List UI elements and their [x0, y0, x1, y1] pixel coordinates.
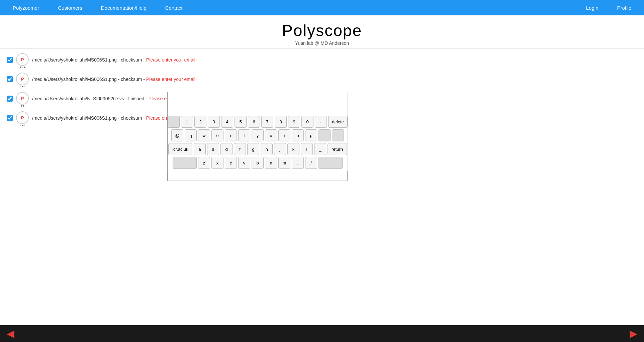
main-content: /media/Users/yshokrollahi/MS006S1.png - … — [0, 48, 644, 256]
key-a[interactable]: a — [194, 143, 206, 155]
nav-profile[interactable]: Profile — [608, 0, 641, 15]
job-checkbox-1[interactable] — [7, 76, 13, 82]
job-checkbox-3[interactable] — [7, 115, 13, 121]
key-e[interactable]: e — [211, 129, 223, 141]
key-c[interactable]: c — [225, 157, 237, 169]
key-g[interactable]: g — [247, 143, 259, 155]
page-title: Polyscope — [0, 21, 644, 40]
nav-customers[interactable]: Customers — [49, 0, 92, 15]
key-z[interactable]: z — [198, 157, 210, 169]
key-shift-l — [173, 157, 197, 169]
key-shift-r — [318, 157, 343, 169]
nav-brand[interactable]: Polyzoomer — [3, 0, 49, 15]
key-d[interactable]: d — [220, 143, 233, 155]
key-icracuk[interactable]: icr.ac.uk — [168, 143, 192, 155]
job-checkbox-2[interactable] — [7, 96, 13, 102]
key-m[interactable]: m — [278, 157, 290, 169]
key-f[interactable]: f — [234, 143, 246, 155]
job-icon-2 — [16, 92, 29, 105]
key-row-numbers: 1 2 3 4 5 6 7 8 9 0 - delete — [170, 116, 346, 128]
key-o[interactable]: o — [292, 129, 304, 141]
key-blank-r1 — [318, 129, 331, 141]
nav-login[interactable]: Login — [577, 0, 608, 15]
key-return[interactable]: return — [328, 143, 347, 155]
job-row: /media/Users/yshokrollahi/MS006S1.png - … — [7, 73, 637, 86]
keyboard-display[interactable] — [168, 92, 348, 112]
keyboard-rows: 1 2 3 4 5 6 7 8 9 0 - delete @ q w e r t — [168, 114, 348, 171]
key-k[interactable]: k — [287, 143, 299, 155]
key-row-zxcv: z x c v b n m . / — [170, 157, 346, 169]
keyboard-text-input[interactable] — [168, 171, 348, 181]
job-icon-0 — [16, 53, 29, 67]
nav-documentation[interactable]: Documentation/Help — [92, 0, 156, 15]
key-t[interactable]: t — [238, 129, 250, 141]
key-s[interactable]: s — [207, 143, 219, 155]
key-slash[interactable]: / — [305, 157, 317, 169]
key-w[interactable]: w — [198, 129, 210, 141]
key-blank-r2 — [332, 129, 344, 141]
job-text-0: /media/Users/yshokrollahi/MS006S1.png - … — [32, 57, 197, 63]
key-q[interactable]: q — [185, 129, 197, 141]
nav-contact[interactable]: Contact — [156, 0, 192, 15]
job-text-1: /media/Users/yshokrollahi/MS006S1.png - … — [32, 77, 197, 82]
key-7[interactable]: 7 — [261, 116, 273, 128]
key-x[interactable]: x — [211, 157, 223, 169]
key-i[interactable]: i — [278, 129, 290, 141]
nav-left: Polyzoomer Customers Documentation/Help … — [3, 0, 192, 15]
keyboard-overlay: 1 2 3 4 5 6 7 8 9 0 - delete @ q w e r t — [167, 92, 348, 181]
key-v[interactable]: v — [238, 157, 250, 169]
key-j[interactable]: j — [274, 143, 286, 155]
key-n[interactable]: n — [265, 157, 277, 169]
key-period[interactable]: . — [292, 157, 304, 169]
key-l[interactable]: l — [301, 143, 313, 155]
key-delete[interactable]: delete — [328, 116, 348, 128]
page-subtitle: Yuan lab @ MD Anderson — [0, 40, 644, 46]
key-h[interactable]: h — [261, 143, 273, 155]
key-1[interactable]: 1 — [181, 116, 193, 128]
job-icon-1 — [16, 73, 29, 86]
page-header: Polyscope Yuan lab @ MD Anderson — [0, 15, 644, 48]
key-r[interactable]: r — [225, 129, 237, 141]
key-y[interactable]: y — [252, 129, 264, 141]
key-6[interactable]: 6 — [248, 116, 260, 128]
key-0[interactable]: 0 — [301, 116, 313, 128]
key-4[interactable]: 4 — [221, 116, 233, 128]
key-row-qwerty: @ q w e r t y u i o p — [170, 129, 346, 141]
key-b[interactable]: b — [252, 157, 264, 169]
key-blank-l — [168, 116, 180, 128]
key-p[interactable]: p — [305, 129, 317, 141]
job-checkbox-0[interactable] — [7, 57, 13, 63]
key-dash[interactable]: - — [315, 116, 327, 128]
navbar: Polyzoomer Customers Documentation/Help … — [0, 0, 644, 15]
key-9[interactable]: 9 — [288, 116, 300, 128]
nav-right: Login Profile — [577, 0, 641, 15]
job-row: /media/Users/yshokrollahi/MS006S1.png - … — [7, 53, 637, 67]
key-5[interactable]: 5 — [235, 116, 247, 128]
key-2[interactable]: 2 — [194, 116, 206, 128]
key-row-asdf: icr.ac.uk a s d f g h j k l _ return — [170, 143, 346, 155]
key-at[interactable]: @ — [171, 129, 183, 141]
key-3[interactable]: 3 — [208, 116, 220, 128]
key-u[interactable]: u — [265, 129, 277, 141]
key-underscore[interactable]: _ — [314, 143, 326, 155]
job-icon-3 — [16, 111, 29, 125]
key-8[interactable]: 8 — [275, 116, 287, 128]
